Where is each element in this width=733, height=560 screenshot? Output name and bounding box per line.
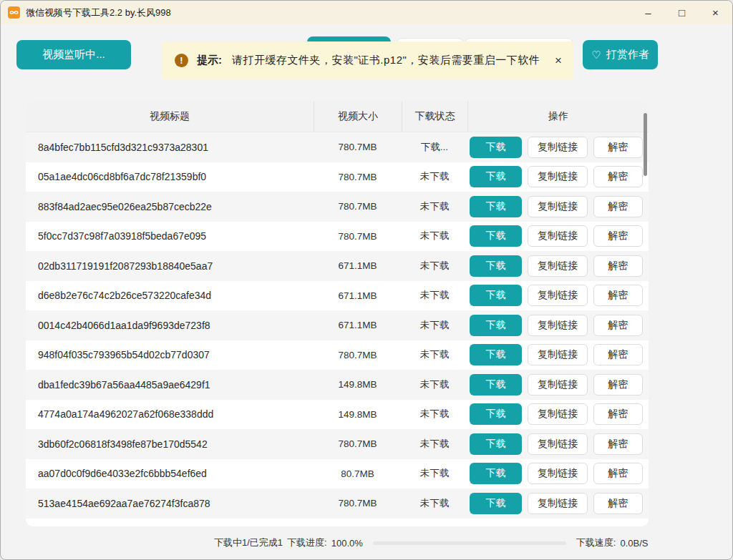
row-actions: 下载 复制链接 解密 bbox=[467, 166, 649, 187]
copy-link-button[interactable]: 复制链接 bbox=[528, 166, 588, 187]
scrollbar-thumb[interactable] bbox=[644, 113, 647, 176]
video-size: 671.1MB bbox=[314, 320, 402, 330]
decrypt-button[interactable]: 解密 bbox=[593, 255, 643, 277]
download-status: 未下载 bbox=[402, 378, 467, 391]
table-row: 8a4bfec7bb115cfd3d321c9373a28301 780.7MB… bbox=[26, 132, 649, 162]
row-actions: 下载 复制链接 解密 bbox=[467, 344, 649, 365]
table-row: 0014c42b4066d1aa1da9f9693de723f8 671.1MB… bbox=[26, 310, 649, 340]
tasks-summary: 下载中1/已完成1 bbox=[214, 536, 283, 549]
table-row: 05a1ae4dc06cd8bf6a7dc78f21359bf0 780.7MB… bbox=[26, 162, 649, 192]
video-title: 3db60f2c06818f3498fe87be170d5542 bbox=[26, 438, 314, 450]
row-actions: 下载 复制链接 解密 bbox=[467, 225, 649, 247]
speed-value: 0.0B/S bbox=[620, 538, 648, 549]
decrypt-button[interactable]: 解密 bbox=[593, 137, 643, 158]
decrypt-button[interactable]: 解密 bbox=[593, 166, 643, 187]
row-actions: 下载 复制链接 解密 bbox=[467, 137, 649, 158]
download-status: 未下载 bbox=[402, 289, 467, 302]
video-title: 8a4bfec7bb115cfd3d321c9373a28301 bbox=[26, 142, 314, 153]
video-size: 780.7MB bbox=[314, 201, 402, 212]
notice-banner: ! 提示: 请打开缓存文件夹，安装"证书.p12"，安装后需要重启一下软件 × bbox=[162, 41, 573, 79]
video-monitor-button[interactable]: 视频监听中... bbox=[16, 40, 131, 69]
copy-link-button[interactable]: 复制链接 bbox=[528, 285, 588, 306]
copy-link-button[interactable]: 复制链接 bbox=[528, 433, 588, 455]
download-button[interactable]: 下载 bbox=[470, 196, 522, 217]
copy-link-button[interactable]: 复制链接 bbox=[528, 225, 588, 247]
decrypt-button[interactable]: 解密 bbox=[593, 196, 643, 217]
table-body: 8a4bfec7bb115cfd3d321c9373a28301 780.7MB… bbox=[26, 132, 649, 519]
download-button[interactable]: 下载 bbox=[470, 403, 522, 425]
download-button[interactable]: 下载 bbox=[470, 285, 522, 306]
video-size: 780.7MB bbox=[314, 142, 402, 152]
video-size: 80.7MB bbox=[314, 468, 402, 479]
decrypt-button[interactable]: 解密 bbox=[593, 374, 643, 396]
video-size: 780.7MB bbox=[314, 438, 402, 449]
decrypt-button[interactable]: 解密 bbox=[593, 344, 643, 365]
window-controls: – □ × bbox=[631, 1, 732, 24]
table-row: aa07d0c0f9d6e4033e2fc6bbb54ef6ed 80.7MB … bbox=[26, 459, 649, 489]
decrypt-button[interactable]: 解密 bbox=[593, 463, 643, 484]
download-button[interactable]: 下载 bbox=[470, 315, 522, 336]
decrypt-button[interactable]: 解密 bbox=[593, 285, 643, 306]
download-status: 未下载 bbox=[402, 438, 467, 451]
download-status: 未下载 bbox=[402, 497, 467, 510]
copy-link-button[interactable]: 复制链接 bbox=[528, 196, 588, 217]
row-actions: 下载 复制链接 解密 bbox=[467, 196, 649, 217]
video-title: 05a1ae4dc06cd8bf6a7dc78f21359bf0 bbox=[26, 171, 314, 182]
download-button[interactable]: 下载 bbox=[470, 463, 522, 484]
video-size: 780.7MB bbox=[314, 231, 402, 242]
notice-close-icon[interactable]: × bbox=[548, 54, 562, 68]
video-size: 149.8MB bbox=[314, 379, 402, 390]
window-title: 微信视频号下载工具2.2 by.长风998 bbox=[26, 6, 171, 19]
download-status: 未下载 bbox=[402, 230, 467, 242]
download-button[interactable]: 下载 bbox=[470, 344, 522, 365]
video-title: d6e8b2e76c74c2b26ce573220cafe34d bbox=[26, 290, 314, 301]
download-button[interactable]: 下载 bbox=[470, 255, 522, 277]
close-icon[interactable]: × bbox=[699, 1, 732, 24]
copy-link-button[interactable]: 复制链接 bbox=[528, 374, 588, 396]
video-title: 4774a0a174a4962027a62f068e338ddd bbox=[26, 408, 314, 420]
copy-link-button[interactable]: 复制链接 bbox=[528, 493, 588, 514]
download-button[interactable]: 下载 bbox=[470, 433, 522, 455]
copy-link-button[interactable]: 复制链接 bbox=[528, 255, 588, 277]
maximize-icon[interactable]: □ bbox=[665, 1, 699, 24]
notice-label: 提示: bbox=[197, 54, 222, 67]
download-button[interactable]: 下载 bbox=[470, 137, 522, 158]
donate-author-button[interactable]: ♡ 打赏作者 bbox=[583, 40, 658, 69]
table-row: 948f04f035c793965b54d02cb77d0307 780.7MB… bbox=[26, 340, 649, 370]
copy-link-button[interactable]: 复制链接 bbox=[528, 403, 588, 425]
copy-link-button[interactable]: 复制链接 bbox=[528, 344, 588, 365]
download-button[interactable]: 下载 bbox=[470, 225, 522, 247]
row-actions: 下载 复制链接 解密 bbox=[467, 403, 649, 425]
row-actions: 下载 复制链接 解密 bbox=[467, 374, 649, 396]
download-button[interactable]: 下载 bbox=[470, 374, 522, 396]
table-row: d6e8b2e76c74c2b26ce573220cafe34d 671.1MB… bbox=[26, 281, 649, 311]
video-size: 780.7MB bbox=[314, 172, 402, 182]
decrypt-button[interactable]: 解密 bbox=[593, 493, 643, 514]
table-row: 5f0cc7d37c98f7a03918f5beda67e095 780.7MB… bbox=[26, 222, 649, 252]
warning-icon: ! bbox=[175, 54, 188, 67]
app-window: 微信视频号下载工具2.2 by.长风998 – □ × 视频监听中... ! 提… bbox=[0, 0, 733, 560]
header-video-title: 视频标题 bbox=[26, 101, 314, 132]
download-button[interactable]: 下载 bbox=[470, 493, 522, 514]
video-title: 02db311719191f2087293b18840e5aa7 bbox=[26, 260, 314, 272]
video-table: 视频标题 视频大小 下载状态 操作 8a4bfec7bb115cfd3d321c… bbox=[26, 101, 649, 526]
video-size: 671.1MB bbox=[314, 290, 402, 301]
video-title: 948f04f035c793965b54d02cb77d0307 bbox=[26, 349, 314, 360]
download-status: 未下载 bbox=[402, 260, 467, 272]
video-size: 671.1MB bbox=[314, 260, 402, 271]
copy-link-button[interactable]: 复制链接 bbox=[528, 463, 588, 484]
row-actions: 下载 复制链接 解密 bbox=[467, 493, 649, 514]
donate-label: 打赏作者 bbox=[606, 48, 649, 62]
minimize-icon[interactable]: – bbox=[631, 1, 665, 24]
decrypt-button[interactable]: 解密 bbox=[593, 403, 643, 425]
decrypt-button[interactable]: 解密 bbox=[593, 225, 643, 247]
copy-link-button[interactable]: 复制链接 bbox=[528, 315, 588, 336]
row-actions: 下载 复制链接 解密 bbox=[467, 463, 649, 484]
table-row: 883f84ad2aec95e026ea25b87cecb22e 780.7MB… bbox=[26, 192, 649, 222]
table-row: 02db311719191f2087293b18840e5aa7 671.1MB… bbox=[26, 251, 649, 281]
copy-link-button[interactable]: 复制链接 bbox=[528, 137, 588, 158]
decrypt-button[interactable]: 解密 bbox=[593, 315, 643, 336]
video-title: 5f0cc7d37c98f7a03918f5beda67e095 bbox=[26, 230, 314, 242]
decrypt-button[interactable]: 解密 bbox=[593, 433, 643, 455]
download-button[interactable]: 下载 bbox=[470, 166, 522, 187]
